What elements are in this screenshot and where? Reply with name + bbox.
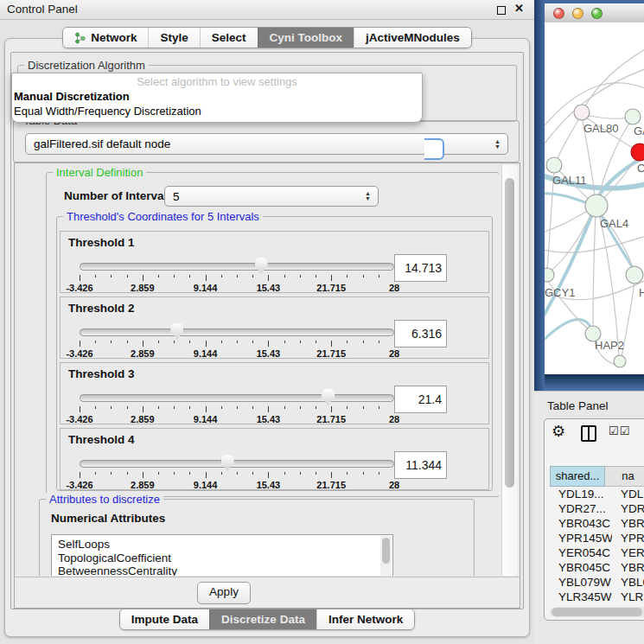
attribute-list-item[interactable]: BetweennessCentrality — [52, 564, 392, 576]
apply-button[interactable]: Apply — [197, 582, 251, 604]
dropdown-prompt: Select algorithm to view settings — [12, 75, 422, 89]
slider-track[interactable] — [80, 460, 394, 468]
tab-label: Discretize Data — [221, 612, 305, 627]
threshold-slider[interactable]: -3.4262.8599.14415.4321.71528 — [80, 391, 394, 422]
network-node[interactable] — [574, 105, 590, 120]
network-node[interactable] — [626, 266, 643, 284]
tab-label: Network — [91, 30, 137, 45]
node-label: GAL11 — [552, 174, 587, 187]
cell-shared-name: YBR043C — [550, 516, 612, 531]
table-row[interactable]: YDL19...YDL1 — [550, 487, 644, 501]
attributes-group: Attributes to discretize Numerical Attri… — [39, 499, 475, 576]
tab-style[interactable]: Style — [148, 28, 199, 48]
group-title: Discretization Algorithm — [24, 59, 149, 72]
attribute-list-item[interactable]: TopologicalCoefficient — [52, 552, 392, 565]
table-row[interactable]: YBL079WYBL0 — [550, 575, 644, 590]
threshold-panel: Threshold 4-3.4262.8599.14415.4321.71528… — [60, 428, 489, 490]
tab-label: Cyni Toolbox — [270, 30, 343, 45]
table-row[interactable]: YDR27...YDR2 — [550, 501, 644, 516]
threshold-value-field[interactable]: 14.713 — [394, 254, 447, 282]
network-edge[interactable] — [545, 207, 595, 323]
network-node[interactable] — [631, 143, 644, 161]
network-edge[interactable] — [582, 48, 644, 112]
table-row[interactable]: YBR043CYBR0 — [550, 516, 644, 531]
table-panel: Table Panel ⚙ ☑☑ shared...na YDL19...YDL… — [534, 391, 644, 644]
cell-shared-name: YLR345W — [550, 590, 612, 604]
dropdown-item[interactable]: Manual Discretization — [12, 89, 422, 104]
threshold-value-field[interactable]: 6.316 — [394, 320, 447, 348]
close-icon[interactable]: ✕ — [514, 2, 524, 15]
slider-thumb[interactable] — [170, 323, 183, 340]
group-title: Attributes to discretize — [46, 493, 163, 506]
tab-network[interactable]: Network — [63, 28, 148, 48]
num-intervals-combo[interactable]: 5 ▲▼ — [164, 186, 379, 207]
node-label: GAL80 — [583, 122, 618, 135]
network-edge[interactable] — [556, 114, 582, 163]
float-window-icon[interactable] — [497, 6, 506, 15]
tab-discretize-data[interactable]: Discretize Data — [209, 609, 316, 629]
cell-name: YBR0 — [612, 560, 644, 575]
list-scrollbar[interactable] — [380, 536, 392, 576]
threshold-slider[interactable]: -3.4262.8599.14415.4321.71528 — [80, 259, 394, 290]
network-node[interactable] — [625, 109, 641, 124]
network-canvas[interactable]: GAL80GACGAL11GAL4GCY1HHAP2 — [545, 22, 644, 374]
panel-title: Control Panel — [7, 0, 78, 19]
mac-zoom-button[interactable] — [591, 8, 603, 19]
tab-label: Infer Network — [328, 612, 403, 627]
mac-close-button[interactable] — [553, 8, 564, 19]
numerical-attributes-label: Numerical Attributes — [51, 512, 165, 525]
slider-track[interactable] — [80, 394, 394, 402]
cell-shared-name: YDL19... — [550, 487, 612, 501]
slider-ticks — [80, 275, 394, 282]
settings-viewport: Interval Definition Number of Intervals … — [16, 165, 499, 576]
tab-label: jActiveMNodules — [366, 30, 460, 45]
slider-thumb[interactable] — [221, 455, 234, 471]
table-row[interactable]: YPR145WYPR1 — [550, 531, 644, 545]
threshold-label: Threshold 4 — [68, 433, 135, 446]
table-hscrollbar-thumb[interactable] — [552, 608, 642, 616]
bottom-tab-strip: Impute DataDiscretize DataInfer Network — [0, 609, 534, 630]
tab-impute-data[interactable]: Impute Data — [120, 609, 209, 629]
mac-minimize-button[interactable] — [572, 8, 583, 19]
network-node[interactable] — [545, 268, 554, 282]
settings-scrollbar[interactable] — [501, 165, 518, 576]
threshold-slider[interactable]: -3.4262.8599.14415.4321.71528 — [80, 456, 394, 488]
slider-tick-labels: -3.4262.8599.14415.4321.71528 — [80, 414, 394, 424]
threshold-value-field[interactable]: 11.344 — [394, 451, 447, 479]
column-header[interactable]: na — [605, 466, 644, 487]
slider-ticks — [80, 341, 394, 348]
select-columns-icon[interactable]: ☑☑ — [609, 424, 630, 437]
table-row[interactable]: YLR345WYLR3 — [550, 590, 644, 604]
split-columns-icon[interactable] — [581, 425, 596, 442]
table-hscrollbar[interactable] — [550, 607, 644, 617]
slider-track[interactable] — [80, 263, 394, 271]
table-row[interactable]: YIL053CYIL0 — [550, 604, 644, 606]
slider-tick-labels: -3.4262.8599.14415.4321.71528 — [80, 348, 394, 359]
threshold-value-field[interactable]: 21.4 — [394, 386, 447, 413]
tab-jactivemnodules[interactable]: jActiveMNodules — [354, 28, 471, 48]
network-node[interactable] — [546, 157, 562, 173]
table-panel-title: Table Panel — [547, 399, 609, 412]
gear-icon[interactable]: ⚙ — [552, 422, 565, 441]
tab-cyni-toolbox[interactable]: Cyni Toolbox — [258, 28, 354, 48]
slider-thumb[interactable] — [255, 258, 268, 274]
threshold-label: Threshold 1 — [68, 236, 135, 249]
network-edge[interactable] — [545, 67, 644, 150]
threshold-slider[interactable]: -3.4262.8599.14415.4321.71528 — [80, 325, 394, 356]
slider-track[interactable] — [80, 328, 394, 336]
network-edge[interactable] — [593, 213, 596, 327]
slider-thumb[interactable] — [322, 389, 335, 405]
attribute-list-item[interactable]: SelfLoops — [52, 538, 392, 552]
dropdown-item[interactable]: Equal Width/Frequency Discretization — [12, 104, 422, 118]
tab-infer-network[interactable]: Infer Network — [316, 609, 414, 629]
network-node[interactable] — [585, 194, 608, 217]
settings-scrollbar-thumb[interactable] — [505, 178, 514, 488]
algorithm-combo-focused-fragment[interactable] — [424, 138, 444, 160]
list-scrollbar-thumb[interactable] — [382, 538, 390, 564]
tab-select[interactable]: Select — [200, 28, 258, 48]
column-header[interactable]: shared... — [550, 466, 605, 487]
network-node[interactable] — [614, 355, 626, 367]
table-row[interactable]: YBR045CYBR0 — [550, 560, 644, 575]
table-row[interactable]: YER054CYER0 — [550, 545, 644, 560]
numerical-attributes-list[interactable]: SelfLoopsTopologicalCoefficientBetweenne… — [51, 534, 393, 576]
